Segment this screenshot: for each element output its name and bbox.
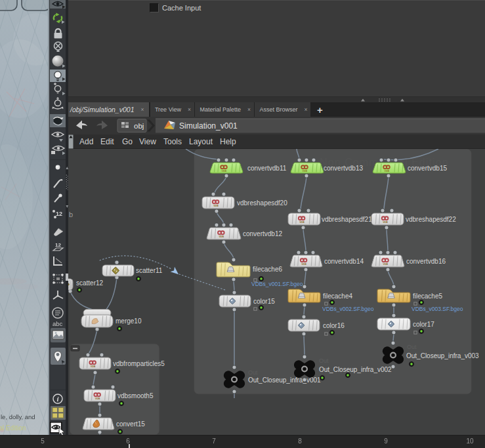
path-current-label: Simulation_v001	[179, 121, 238, 131]
playbar[interactable]: 5678910	[0, 435, 485, 448]
window-tile-icon[interactable]	[51, 406, 66, 420]
tab-label: Tree View	[155, 106, 181, 113]
tab-material-palette[interactable]: Material Palette×	[195, 102, 254, 117]
cache-input-checkbox[interactable]	[150, 3, 159, 12]
svg-text:VDB: VDB	[219, 235, 224, 238]
tab-close-icon[interactable]: ×	[140, 106, 144, 113]
display-flag-merge10[interactable]	[117, 327, 122, 331]
node-label-merge10: merge10	[116, 317, 142, 325]
scroll-grip[interactable]	[379, 98, 390, 102]
tab-asset-browser[interactable]: Asset Browser×	[255, 102, 310, 117]
display-flag-color16[interactable]	[330, 331, 335, 335]
scroll-left-arrow[interactable]	[361, 99, 365, 102]
eye-dropdown-icon[interactable]	[52, 132, 64, 142]
light-off-icon[interactable]	[54, 42, 62, 52]
menu-scroll-strip[interactable]	[68, 134, 76, 149]
file-path-filecache5: VDBs_v003.SF.bgeo	[411, 306, 463, 312]
viewport-scene: le, dolly, andial Edition	[0, 0, 49, 435]
display-flag-convert15[interactable]	[118, 430, 123, 434]
group-box-icon[interactable]	[53, 274, 64, 284]
notes-icon[interactable]	[53, 308, 63, 318]
svg-text:VDB: VDB	[95, 397, 100, 400]
node-label-vdbsmooth5: vdbsmooth5	[117, 392, 154, 399]
node-label-vdbreshapesdf22: vdbreshapesdf22	[406, 216, 456, 223]
tab-close-icon[interactable]: ×	[188, 106, 191, 113]
lock-icon[interactable]	[54, 29, 62, 38]
snapshot-icon[interactable]	[51, 328, 66, 342]
tab--obj-simulation-v001[interactable]: /obj/Simulation_v001×	[68, 102, 149, 117]
display-flag-filecache4[interactable]	[330, 300, 335, 305]
lightbulb-icon[interactable]	[50, 70, 66, 82]
menu-add[interactable]: Add	[79, 134, 93, 149]
tab-tree-view[interactable]: Tree View×	[150, 102, 194, 117]
menu-help[interactable]: Help	[220, 134, 236, 149]
viewport-watermark: ial Edition	[0, 424, 26, 432]
tumble-sphere-icon[interactable]	[50, 114, 66, 127]
shade-sphere-icon[interactable]	[53, 56, 64, 67]
node-label-vdbreshapesdf20: vdbreshapesdf20	[237, 199, 287, 207]
display-flag-out1[interactable]	[320, 376, 325, 380]
houdini-window: le, dolly, andial Edition 1212abci Cache…	[0, 0, 485, 448]
tab-close-icon[interactable]: ×	[247, 106, 251, 113]
tab-close-icon[interactable]: ×	[304, 106, 307, 113]
menu-go[interactable]: Go	[122, 134, 133, 149]
path-bar: objSimulation_v001	[68, 117, 485, 134]
menu-tools[interactable]: Tools	[163, 134, 182, 149]
frame-tick-5: 5	[41, 438, 45, 445]
node-label-vdbreshapesdf21: vdbreshapesdf21	[322, 216, 372, 223]
normals-icon[interactable]	[53, 291, 63, 299]
display-flag-filecache5[interactable]	[419, 300, 424, 305]
display-flag-color17[interactable]	[419, 329, 424, 334]
context-label: obj	[134, 122, 144, 130]
menu-view[interactable]: View	[139, 134, 156, 149]
brush-icon[interactable]	[54, 228, 63, 236]
point-dot-icon[interactable]	[56, 165, 60, 170]
pin-icon[interactable]	[54, 193, 62, 202]
parameter-pane-scrollbar[interactable]	[68, 96, 485, 102]
menu-layout[interactable]: Layout	[189, 134, 213, 149]
display-flag-vdbsmooth5[interactable]	[119, 401, 124, 406]
orbit-light-icon[interactable]	[53, 97, 64, 109]
node-label-convertvdb12: convertvdb12	[243, 230, 282, 237]
headlight-icon[interactable]	[54, 83, 61, 93]
info-icon[interactable]: i	[53, 394, 62, 403]
display-flag-out3[interactable]	[410, 362, 414, 367]
corner-ruler-icon[interactable]	[54, 256, 62, 265]
abc-icon[interactable]: abc	[53, 320, 63, 327]
point-numbers-icon[interactable]: 12	[53, 210, 62, 218]
display-flag-scatter11[interactable]	[137, 277, 141, 281]
display-flag-color15[interactable]	[259, 306, 264, 310]
eye-white-icon[interactable]	[50, 422, 64, 435]
node-label-out2: Out_Closeup_infra_v002	[319, 366, 392, 373]
viewport-3d[interactable]: le, dolly, andial Edition	[0, 0, 49, 435]
frame-marker[interactable]	[129, 444, 130, 448]
wand-icon[interactable]	[54, 180, 62, 188]
menu-edit[interactable]: Edit	[100, 134, 114, 149]
display-flag-scatter12[interactable]	[77, 288, 82, 293]
forward-button[interactable]	[96, 121, 108, 130]
prim-numbers-icon[interactable]: 12	[53, 242, 63, 251]
network-editor[interactable]: Non Commercial EditionbOutOutOutVDBconve…	[68, 149, 485, 435]
svg-text:VDB: VDB	[299, 221, 305, 224]
context-obj-button[interactable]: obj	[117, 119, 146, 132]
frame-tick-10: 10	[466, 438, 473, 445]
path-field[interactable]: Simulation_v001	[156, 119, 485, 133]
node-label-filecache4: filecache4	[323, 293, 352, 300]
back-button[interactable]	[76, 121, 87, 130]
file-path-filecache6: VDBs_v001.SF.bgeo	[251, 281, 303, 287]
location-pin-icon[interactable]	[51, 348, 66, 365]
instance-recycle-icon[interactable]	[54, 13, 62, 24]
svg-text:VDB: VDB	[213, 205, 219, 207]
svg-text:VDB: VDB	[383, 263, 389, 266]
node-scatter12[interactable]	[68, 279, 73, 293]
tab-add-button[interactable]: +	[312, 102, 328, 117]
scroll-right-arrow[interactable]	[400, 99, 404, 102]
display-flag-out2[interactable]	[346, 373, 350, 378]
svg-text:12: 12	[56, 211, 62, 217]
node-label-convertvdb11: convertvdb11	[247, 165, 287, 172]
svg-text:VDB: VDB	[383, 221, 388, 224]
ghost-label: Out	[319, 357, 329, 364]
netbox-minimize-button[interactable]	[71, 346, 79, 351]
tab-label: /obj/Simulation_v001	[70, 106, 134, 113]
display-flag-vdbfromparticles5[interactable]	[116, 369, 120, 374]
